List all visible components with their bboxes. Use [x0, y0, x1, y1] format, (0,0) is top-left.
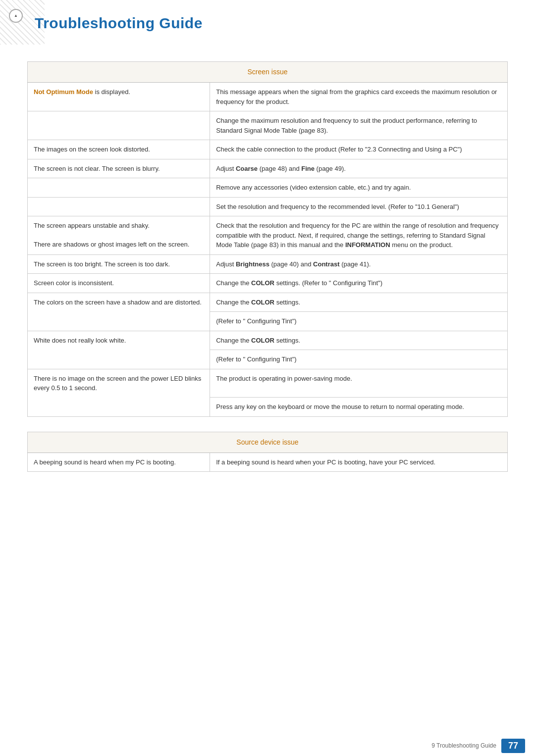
- table-row: The screen is not clear. The screen is b…: [28, 159, 508, 178]
- issue-left: The screen is not clear. The screen is b…: [28, 159, 210, 178]
- table-row: The colors on the screen have a shadow a…: [28, 293, 508, 312]
- issue-right: (Refer to " Configuring Tint"): [210, 350, 508, 369]
- issue-left: [28, 350, 210, 369]
- issue-left: [28, 398, 210, 417]
- issue-left: [28, 178, 210, 198]
- bold-term: COLOR: [251, 299, 274, 306]
- issue-right: Set the resolution and frequency to the …: [210, 197, 508, 216]
- table-row: White does not really look white. Change…: [28, 331, 508, 350]
- page-footer: 9 Troubleshooting Guide 77: [0, 735, 535, 756]
- issue-left: [28, 197, 210, 216]
- issue-right: The product is operating in power-saving…: [210, 369, 508, 398]
- screen-issue-header: Screen issue: [28, 62, 508, 83]
- issue-left: Screen color is inconsistent.: [28, 274, 210, 293]
- table-row: Change the maximum resolution and freque…: [28, 111, 508, 140]
- table-row: The images on the screen look distorted.…: [28, 140, 508, 159]
- table-row: (Refer to " Configuring Tint"): [28, 312, 508, 331]
- table-row: There is no image on the screen and the …: [28, 369, 508, 398]
- bold-term: Not Optimum Mode: [34, 88, 93, 96]
- bold-term: Fine: [301, 165, 315, 172]
- footer-label: 9 Troubleshooting Guide: [431, 742, 496, 749]
- issue-left: There are shadows or ghost images left o…: [28, 235, 210, 254]
- issue-right: Press any key on the keyboard or move th…: [210, 398, 508, 417]
- bold-term: Coarse: [236, 165, 258, 172]
- issue-right: This message appears when the signal fro…: [210, 83, 508, 111]
- table-row: The screen appears unstable and shaky. C…: [28, 216, 508, 236]
- table-row: Remove any accessories (video extension …: [28, 178, 508, 198]
- issue-right: Change the COLOR settings.: [210, 293, 508, 312]
- issue-right: Adjust Brightness (page 40) and Contrast…: [210, 254, 508, 274]
- table-row: The screen is too bright. The screen is …: [28, 254, 508, 274]
- issue-left: The colors on the screen have a shadow a…: [28, 293, 210, 312]
- issue-right: Remove any accessories (video extension …: [210, 178, 508, 198]
- issue-right: Change the maximum resolution and freque…: [210, 111, 508, 140]
- table-row: Press any key on the keyboard or move th…: [28, 398, 508, 417]
- issue-right: Adjust Coarse (page 48) and Fine (page 4…: [210, 159, 508, 178]
- bold-term: Brightness: [236, 260, 269, 268]
- source-device-table: Source device issue A beeping sound is h…: [27, 432, 508, 472]
- issue-left: [28, 111, 210, 140]
- issue-left: White does not really look white.: [28, 331, 210, 350]
- issue-left: [28, 312, 210, 331]
- issue-left: The screen is too bright. The screen is …: [28, 254, 210, 274]
- issue-right: Check the cable connection to the produc…: [210, 140, 508, 159]
- issue-left: There is no image on the screen and the …: [28, 369, 210, 398]
- issue-right: Change the COLOR settings. (Refer to " C…: [210, 274, 508, 293]
- issue-left: A beeping sound is heard when my PC is b…: [28, 453, 210, 472]
- table-row: (Refer to " Configuring Tint"): [28, 350, 508, 369]
- issue-left: Not Optimum Mode is displayed.: [28, 83, 210, 111]
- bold-term: COLOR: [251, 337, 274, 344]
- issue-right: (Refer to " Configuring Tint"): [210, 312, 508, 331]
- table-row: Not Optimum Mode is displayed. This mess…: [28, 83, 508, 111]
- bold-term: Contrast: [313, 260, 339, 268]
- table-row: Screen color is inconsistent. Change the…: [28, 274, 508, 293]
- issue-right: Check that the resolution and frequency …: [210, 216, 508, 255]
- table-row: Set the resolution and frequency to the …: [28, 197, 508, 216]
- issue-right: Change the COLOR settings.: [210, 331, 508, 350]
- page-title: Troubleshooting Guide: [35, 15, 535, 32]
- issue-left: The images on the screen look distorted.: [28, 140, 210, 159]
- source-device-header: Source device issue: [28, 432, 508, 453]
- table-row: A beeping sound is heard when my PC is b…: [28, 453, 508, 472]
- issue-left: The screen appears unstable and shaky.: [28, 216, 210, 236]
- bold-term: INFORMATION: [345, 241, 390, 249]
- content-area: Screen issue Not Optimum Mode is display…: [27, 61, 508, 526]
- bold-term: COLOR: [251, 279, 274, 287]
- page-number-badge: 77: [501, 739, 525, 753]
- screen-issue-table: Screen issue Not Optimum Mode is display…: [27, 61, 508, 417]
- issue-right: If a beeping sound is heard when your PC…: [210, 453, 508, 472]
- nav-circle-button[interactable]: [9, 9, 23, 23]
